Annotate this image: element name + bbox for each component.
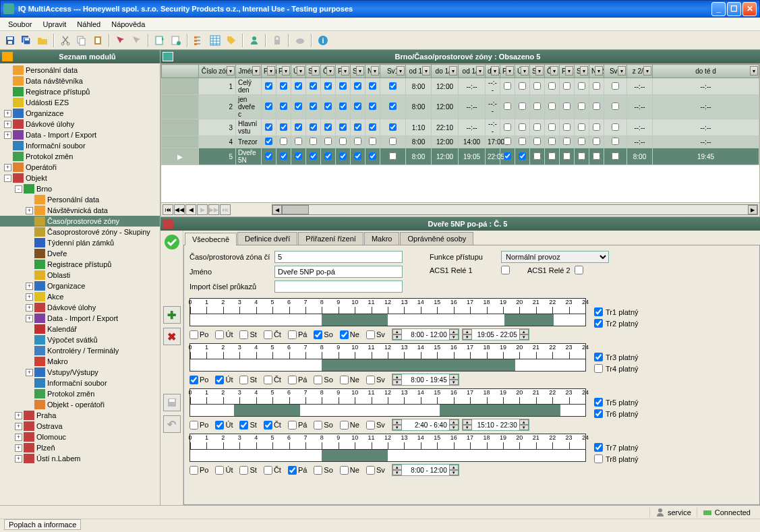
export-icon[interactable]	[169, 33, 183, 48]
tree-toggle[interactable]: +	[26, 283, 33, 290]
spin-up-icon[interactable]: ▲	[392, 374, 402, 380]
tree-item[interactable]: Dveře	[0, 248, 160, 259]
grid-hscroll[interactable]: ◀▶	[272, 204, 758, 215]
close-button[interactable]: ✕	[742, 2, 757, 16]
tree-item[interactable]: +Dávkové úlohy	[0, 119, 160, 129]
day-checkbox[interactable]	[239, 376, 248, 384]
nav-next-page-icon[interactable]: ▶▶	[208, 204, 219, 215]
tree-item[interactable]: +Data - Import / Export	[0, 129, 160, 140]
grid-header-cell[interactable]: Sv1▾	[380, 65, 406, 78]
tree-item[interactable]: Registrace přístupů	[0, 259, 160, 270]
tree-toggle[interactable]: +	[4, 121, 11, 128]
day-checkbox[interactable]	[340, 376, 349, 384]
tree-toggle[interactable]: +	[15, 444, 22, 452]
column-filter-icon[interactable]: ▾	[476, 66, 484, 76]
day-checkbox[interactable]	[189, 330, 198, 339]
rele2-checkbox[interactable]	[575, 266, 583, 274]
tree-toggle[interactable]: -	[4, 175, 11, 182]
tree-toggle[interactable]: +	[26, 369, 33, 376]
time-bar[interactable]	[189, 359, 586, 372]
cloud-icon[interactable]	[293, 33, 308, 48]
grid-header-cell[interactable]: Čt2▾	[545, 65, 560, 78]
grid-header-cell[interactable]: Ne1▾	[366, 65, 380, 78]
spin-down-icon[interactable]: ▼	[519, 425, 529, 430]
day-checkbox[interactable]	[264, 466, 272, 475]
spin-up-icon[interactable]: ▲	[449, 374, 459, 380]
day-checkbox[interactable]	[264, 376, 272, 384]
tr-checkbox[interactable]	[594, 364, 603, 373]
name-input[interactable]	[274, 266, 403, 278]
spin-down-icon[interactable]: ▼	[392, 470, 402, 475]
tab-definice[interactable]: Definice dveří	[237, 232, 297, 245]
grid-header-cell[interactable]: od 1/2▾	[459, 65, 486, 78]
tree-item[interactable]: Kalendář	[0, 324, 160, 334]
tree-item[interactable]: -Brno	[0, 183, 160, 194]
spin-up-icon[interactable]: ▲	[392, 465, 402, 470]
lock-icon[interactable]	[270, 33, 285, 48]
refresh-icon[interactable]	[152, 33, 167, 48]
tag-icon[interactable]	[224, 33, 239, 48]
paste-icon[interactable]	[90, 33, 105, 48]
grid-header-cell[interactable]: St2▾	[530, 65, 545, 78]
column-filter-icon[interactable]: ▾	[397, 66, 405, 76]
tree-item[interactable]: +Akce	[0, 291, 160, 302]
open-icon[interactable]	[35, 33, 50, 48]
nav-prev-page-icon[interactable]: ◀◀	[174, 204, 185, 215]
info-icon[interactable]: i	[316, 33, 330, 48]
day-checkbox[interactable]	[239, 330, 248, 339]
undo-button[interactable]: ↶	[163, 415, 181, 433]
time-range-spinner[interactable]: ▲▼▲▼	[392, 328, 459, 341]
tab-osoby[interactable]: Oprávněné osoby	[400, 232, 473, 245]
day-checkbox[interactable]	[288, 330, 297, 339]
tab-vseobecne[interactable]: Všeobecně	[185, 233, 237, 245]
column-filter-icon[interactable]: ▾	[312, 66, 320, 76]
tr-checkbox[interactable]	[594, 307, 603, 316]
tree-item[interactable]: +Vstupy/Výstupy	[0, 367, 160, 378]
day-checkbox[interactable]	[189, 466, 198, 475]
tree-item[interactable]: +Operátoři	[0, 162, 160, 173]
spin-up-icon[interactable]: ▲	[392, 419, 402, 425]
save-detail-button[interactable]	[163, 394, 181, 411]
spin-down-icon[interactable]: ▼	[449, 425, 459, 430]
day-checkbox[interactable]	[239, 421, 248, 430]
func-select[interactable]: Normální provoz	[501, 251, 609, 263]
day-checkbox[interactable]	[288, 466, 297, 475]
tree-toggle[interactable]: +	[4, 164, 11, 171]
tree-item[interactable]: Informační soubor	[0, 378, 160, 388]
tree-toggle[interactable]: +	[15, 434, 22, 441]
find-icon[interactable]	[113, 33, 128, 48]
day-checkbox[interactable]	[215, 330, 224, 339]
spin-up-icon[interactable]: ▲	[519, 419, 529, 425]
tree-toggle[interactable]: +	[26, 304, 33, 312]
day-checkbox[interactable]	[366, 466, 375, 475]
spin-up-icon[interactable]: ▲	[449, 419, 459, 425]
day-checkbox[interactable]	[239, 466, 248, 475]
day-checkbox[interactable]	[189, 376, 198, 384]
tree-toggle[interactable]: +	[4, 131, 11, 139]
day-checkbox[interactable]	[264, 421, 272, 430]
tree-item[interactable]: Protokol změn	[0, 151, 160, 162]
grid-header-cell[interactable]: Út1▾	[291, 65, 306, 78]
column-filter-icon[interactable]: ▾	[750, 66, 758, 76]
save-icon[interactable]	[3, 33, 18, 48]
tree-item[interactable]: -Objekt	[0, 173, 160, 183]
spin-up-icon[interactable]: ▲	[463, 419, 472, 425]
spin-up-icon[interactable]: ▲	[449, 465, 459, 470]
module-tree[interactable]: Personální dataData návštěvníkaRegistrac…	[0, 63, 160, 505]
tree-toggle[interactable]: +	[15, 423, 22, 430]
column-filter-icon[interactable]: ▾	[491, 66, 499, 76]
tr-checkbox[interactable]	[594, 398, 603, 407]
column-filter-icon[interactable]: ▾	[618, 66, 626, 76]
grid-header-cell[interactable]: Pá1▾	[336, 65, 351, 78]
tree-item[interactable]: +Praha	[0, 410, 160, 421]
spin-down-icon[interactable]: ▼	[392, 425, 402, 430]
day-checkbox[interactable]	[314, 421, 322, 430]
tree-view-icon[interactable]	[192, 33, 206, 48]
tree-toggle[interactable]: +	[15, 412, 22, 419]
menu-napoveda[interactable]: Nápověda	[106, 19, 150, 30]
time-range-spinner[interactable]: ▲▼▲▼	[462, 328, 529, 341]
day-checkbox[interactable]	[340, 466, 349, 475]
tree-item[interactable]: +Dávkové úlohy	[0, 302, 160, 313]
tree-item[interactable]: +Plzeň	[0, 442, 160, 453]
spin-up-icon[interactable]: ▲	[449, 329, 459, 334]
